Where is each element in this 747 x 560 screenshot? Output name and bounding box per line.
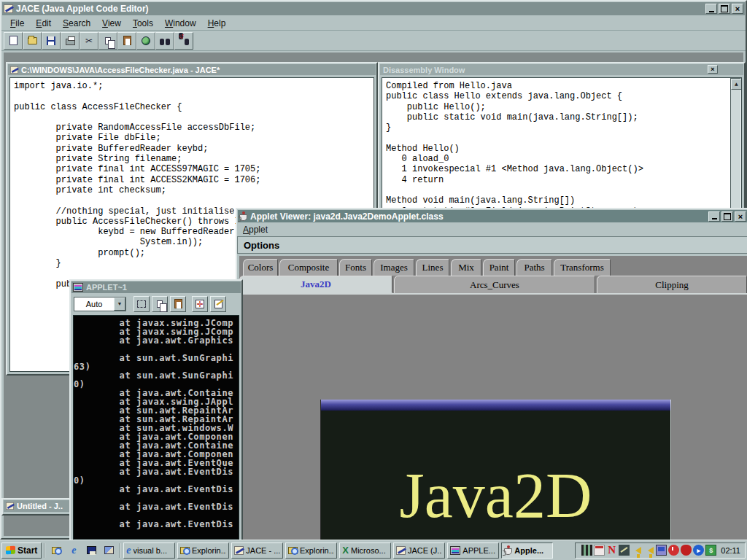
font-size-select[interactable]: Auto ▼ bbox=[74, 297, 126, 311]
tab-paint[interactable]: Paint bbox=[483, 259, 515, 276]
quick-launch-ie[interactable]: e bbox=[66, 543, 82, 558]
java2d-demo-panel: Java2D bbox=[239, 293, 747, 542]
menu-edit[interactable]: Edit bbox=[30, 17, 57, 30]
console-copy-button[interactable] bbox=[152, 296, 168, 312]
fullscreen-button[interactable] bbox=[192, 296, 208, 312]
tab-fonts[interactable]: Fonts bbox=[339, 259, 372, 276]
restore-button[interactable] bbox=[719, 4, 730, 14]
tab-mix[interactable]: Mix bbox=[451, 259, 481, 276]
display-settings-icon[interactable] bbox=[656, 545, 667, 556]
options-menubar[interactable]: Options bbox=[237, 236, 747, 254]
task-jace-app[interactable]: JACE (J... bbox=[393, 542, 445, 559]
properties-button[interactable] bbox=[210, 296, 226, 312]
jace-icon bbox=[234, 546, 244, 555]
cut-button[interactable]: ✂ bbox=[80, 32, 98, 50]
console-toolbar: Auto ▼ bbox=[71, 294, 241, 314]
applet-menubar: Applet bbox=[237, 223, 747, 236]
chevron-down-icon[interactable]: ▼ bbox=[114, 298, 125, 311]
menu-help[interactable]: Help bbox=[202, 17, 232, 30]
menu-applet[interactable]: Applet bbox=[241, 223, 274, 236]
notes-icon[interactable] bbox=[619, 545, 630, 556]
disassembly-close-icon[interactable]: × bbox=[708, 65, 718, 74]
task-scheduler-icon[interactable] bbox=[594, 545, 605, 556]
scheduler-clock-icon[interactable] bbox=[668, 545, 679, 556]
excel-icon: X bbox=[342, 545, 349, 556]
globe-icon bbox=[142, 36, 150, 45]
show-desktop-icon bbox=[87, 546, 96, 554]
task-applet-console[interactable]: APPLE... bbox=[447, 542, 499, 559]
menu-window[interactable]: Window bbox=[159, 17, 202, 30]
paste-button[interactable] bbox=[117, 32, 136, 50]
applet-viewer-titlebar[interactable]: Applet Viewer: java2d.Java2DemoApplet.cl… bbox=[238, 210, 747, 222]
minimize-button[interactable] bbox=[705, 4, 717, 14]
close-button[interactable]: × bbox=[732, 4, 743, 14]
netscape-icon[interactable]: N bbox=[606, 545, 617, 556]
console-text: at javax.swing.JComp at javax.swing.JCom… bbox=[74, 316, 239, 529]
copy-button[interactable] bbox=[98, 32, 117, 50]
task-microsoft[interactable]: X Microso... bbox=[339, 542, 391, 559]
quick-launch-show-desktop[interactable] bbox=[83, 543, 99, 558]
task-label: JACE (J... bbox=[408, 546, 442, 555]
task-label: APPLE... bbox=[462, 546, 495, 555]
console-titlebar[interactable]: APPLET~1 bbox=[71, 281, 241, 293]
mark-button[interactable] bbox=[133, 296, 150, 312]
menu-view[interactable]: View bbox=[96, 17, 127, 30]
menu-file[interactable]: File bbox=[4, 17, 30, 30]
editor-doc-icon bbox=[10, 66, 18, 73]
minimized-window[interactable]: Untitled - J.. bbox=[1, 498, 71, 516]
money-icon[interactable]: $ bbox=[705, 545, 716, 556]
jace-icon bbox=[396, 546, 406, 555]
web-button[interactable] bbox=[136, 32, 155, 50]
av-close-button[interactable]: × bbox=[735, 211, 746, 222]
quick-launch-explorer[interactable] bbox=[48, 543, 64, 558]
console-paste-button[interactable] bbox=[170, 296, 186, 312]
tab-clipping[interactable]: Clipping bbox=[597, 276, 747, 293]
group-tab-row: Java2D Arcs_Curves Clipping bbox=[239, 276, 747, 293]
start-button[interactable]: Start bbox=[1, 542, 42, 559]
tab-arcs-curves[interactable]: Arcs_Curves bbox=[394, 276, 595, 293]
tab-transforms[interactable]: Transforms bbox=[554, 259, 611, 276]
task-exploring-2[interactable]: Explorin... bbox=[285, 542, 337, 559]
volume-icon[interactable] bbox=[643, 545, 654, 556]
menu-options[interactable]: Options bbox=[244, 240, 279, 251]
new-file-icon bbox=[9, 36, 18, 45]
task-exploring-1[interactable]: Explorin... bbox=[177, 542, 229, 559]
explorer-icon bbox=[288, 547, 298, 554]
av-maximize-button[interactable] bbox=[721, 211, 733, 222]
tab-composite[interactable]: Composite bbox=[279, 259, 338, 276]
open-button[interactable] bbox=[23, 32, 42, 50]
task-applet-viewer[interactable]: Apple... bbox=[501, 542, 553, 559]
antivirus-icon[interactable] bbox=[681, 545, 692, 556]
task-jace-doc[interactable]: JACE - ... bbox=[231, 542, 283, 559]
start-label: Start bbox=[18, 545, 37, 556]
scroll-up-icon[interactable]: ▲ bbox=[731, 79, 742, 90]
find-button[interactable] bbox=[155, 32, 174, 50]
menu-search[interactable]: Search bbox=[57, 17, 96, 30]
internet-explorer-icon: e bbox=[71, 545, 76, 556]
disassembly-titlebar[interactable]: Disassembly Window bbox=[380, 64, 743, 75]
ms-dos-icon bbox=[450, 546, 460, 555]
tab-java2d[interactable]: Java2D bbox=[239, 276, 392, 293]
editor-titlebar[interactable]: C:\WINDOWS\JAVA\AccessFileChecker.java -… bbox=[8, 64, 376, 75]
tab-images[interactable]: Images bbox=[374, 259, 414, 276]
find-next-button[interactable] bbox=[174, 32, 193, 50]
save-button[interactable] bbox=[42, 32, 61, 50]
av-minimize-button[interactable] bbox=[708, 211, 720, 222]
tab-paths[interactable]: Paths bbox=[516, 259, 552, 276]
jace-titlebar[interactable]: JACE (Java Applet Code Editor) × bbox=[2, 2, 745, 15]
copy-icon bbox=[157, 300, 163, 308]
tab-lines[interactable]: Lines bbox=[416, 259, 449, 276]
print-button[interactable] bbox=[61, 32, 80, 50]
new-file-button[interactable] bbox=[4, 32, 23, 50]
minimized-titlebar[interactable]: Untitled - J.. bbox=[4, 500, 69, 512]
task-visual-basic[interactable]: e visual b... bbox=[123, 542, 175, 559]
audio-mixer-icon[interactable] bbox=[581, 545, 592, 556]
tab-colors[interactable]: Colors bbox=[243, 259, 278, 276]
disassembly-title: Disassembly Window bbox=[383, 66, 465, 74]
volume-aux-icon[interactable] bbox=[631, 545, 642, 556]
messenger-icon[interactable]: ▸ bbox=[693, 545, 704, 556]
jace-window-title: JACE (Java Applet Code Editor) bbox=[16, 4, 704, 14]
quick-launch-channels[interactable] bbox=[101, 543, 117, 558]
console-window: APPLET~1 Auto ▼ at javax.swing.JComp at … bbox=[69, 279, 243, 543]
menu-tools[interactable]: Tools bbox=[127, 17, 159, 30]
